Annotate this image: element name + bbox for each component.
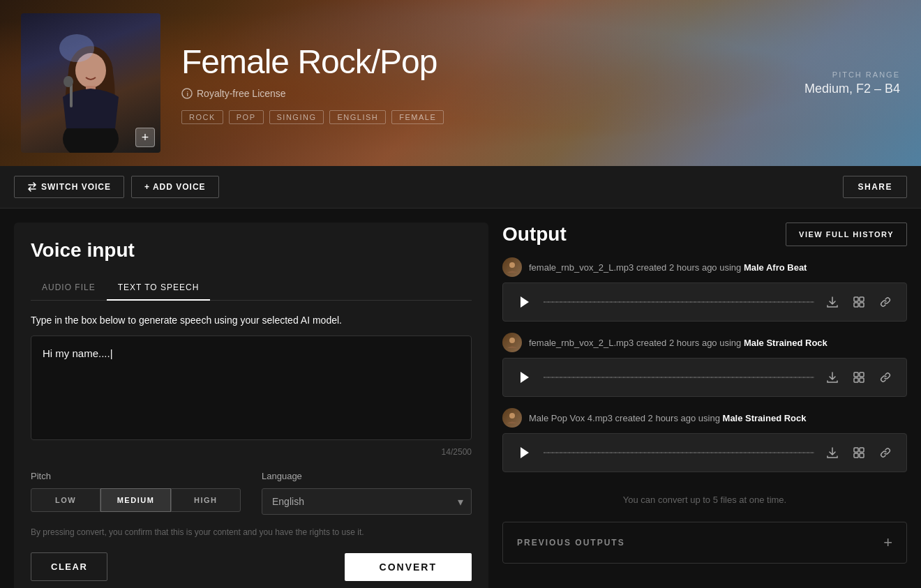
audio-player-2 [502,358,907,397]
share-button[interactable]: Share [843,176,907,198]
audio-waveform-1 [544,301,814,303]
hero-image: + [21,13,160,153]
play-button-2[interactable] [514,367,535,388]
svg-rect-21 [860,448,864,452]
output-avatar-3 [502,408,522,428]
add-voice-button[interactable]: + Add Voice [131,176,219,198]
previous-outputs[interactable]: Previous Outputs + [502,522,907,564]
link-button-2[interactable] [876,368,895,387]
grid-icon-1 [853,296,865,308]
play-button-3[interactable] [514,442,535,463]
link-icon-3 [879,446,892,459]
switch-voice-label: Switch Voice [41,182,111,192]
voice-input-panel: Voice input Audio File Text to Speech Ty… [14,223,488,588]
grid-button-2[interactable] [849,368,869,387]
convert-button[interactable]: Convert [345,553,472,581]
download-button-3[interactable] [823,443,842,462]
output-item-1: female_rnb_vox_2_L.mp3 created 2 hours a… [502,257,907,322]
tag-female: Female [391,110,444,124]
switch-icon [27,182,37,192]
svg-rect-10 [854,297,858,301]
audio-player-1 [502,282,907,322]
audio-actions-3 [823,443,895,462]
pitch-medium-button[interactable]: Medium [100,488,170,512]
previous-outputs-expand-icon: + [883,534,892,552]
tag-rock: Rock [181,110,223,124]
svg-point-5 [63,76,73,87]
output-item-3-header: Male Pop Vox 4.mp3 created 2 hours ago u… [502,408,907,428]
pitch-low-button[interactable]: Low [31,488,100,512]
output-2-filename: female_rnb_vox_2_L.mp3 [529,338,634,348]
tag-english: English [329,110,386,124]
pitch-range-label: PITCH RANGE [804,70,900,79]
svg-rect-18 [860,378,864,382]
output-header: Output View Full History [502,223,907,246]
pitch-buttons: Low Medium High [31,488,241,512]
svg-point-14 [509,338,515,343]
info-icon: i [181,88,193,99]
language-select-wrapper: English [262,488,472,515]
audio-waveform-2 [544,377,814,378]
output-title: Output [502,223,567,246]
hero-license: i Royalty-free License [181,88,900,99]
download-button-1[interactable] [823,292,842,312]
hero-tags: Rock Pop Singing English Female [181,110,900,124]
language-select[interactable]: English [262,488,472,515]
svg-text:i: i [187,91,189,98]
svg-rect-16 [860,372,864,377]
svg-rect-12 [854,303,858,307]
output-3-filename: Male Pop Vox 4.mp3 [529,413,613,423]
pitch-control: Pitch Low Medium High [31,471,241,515]
play-button-1[interactable] [514,292,535,312]
svg-rect-22 [854,453,858,458]
output-panel: Output View Full History female_rnb_vox_… [502,223,907,564]
output-1-filename: female_rnb_vox_2_L.mp3 [529,262,634,273]
hero-pitch: PITCH RANGE Medium, F2 – B4 [804,70,900,96]
disclaimer: By pressing convert, you confirm that th… [31,526,472,538]
convert-limit: You can convert up to 5 files at one tim… [502,483,907,516]
download-icon-2 [826,371,839,384]
audio-actions-1 [823,292,895,312]
play-icon-3 [519,446,530,459]
grid-button-1[interactable] [849,292,869,312]
tab-audio-file[interactable]: Audio File [31,276,107,301]
main-content: Voice input Audio File Text to Speech Ty… [0,209,921,588]
svg-point-6 [59,34,94,62]
clear-button[interactable]: Clear [31,552,107,581]
audio-actions-2 [823,368,895,387]
download-icon-3 [826,446,839,459]
action-buttons: Clear Convert [31,552,472,581]
controls-row: Pitch Low Medium High Language English [31,471,472,515]
link-button-1[interactable] [876,292,895,312]
view-history-button[interactable]: View Full History [786,223,907,246]
grid-icon-3 [853,446,865,459]
pitch-high-button[interactable]: High [171,488,241,512]
hero-banner: + Female Rock/Pop i Royalty-free License… [0,0,921,166]
previous-outputs-label: Previous Outputs [517,538,625,548]
avatar-icon-3 [505,411,519,425]
pitch-label: Pitch [31,471,241,481]
download-icon-1 [826,296,839,308]
output-item-2-desc: female_rnb_vox_2_L.mp3 created 2 hours a… [529,338,828,348]
link-button-3[interactable] [876,443,895,462]
toolbar: Switch Voice + Add Voice Share [0,166,921,209]
download-button-2[interactable] [823,368,842,387]
tab-text-to-speech[interactable]: Text to Speech [107,276,211,301]
avatar-icon-2 [505,336,519,349]
hero-title: Female Rock/Pop [181,43,900,81]
audio-waveform-3 [544,452,814,453]
tag-pop: Pop [229,110,264,124]
hero-image-plus-button[interactable]: + [135,128,155,147]
svg-point-19 [509,413,515,419]
tag-singing: Singing [269,110,324,124]
switch-voice-button[interactable]: Switch Voice [14,176,124,198]
svg-rect-11 [860,297,864,301]
play-icon-2 [519,371,530,384]
text-input[interactable]: Hi my name....| [31,336,472,440]
output-1-voice: Male Afro Beat [744,262,807,273]
grid-icon-2 [853,371,865,384]
grid-button-3[interactable] [849,443,869,462]
svg-point-9 [509,262,515,268]
svg-rect-23 [860,453,864,458]
svg-rect-15 [854,372,858,377]
